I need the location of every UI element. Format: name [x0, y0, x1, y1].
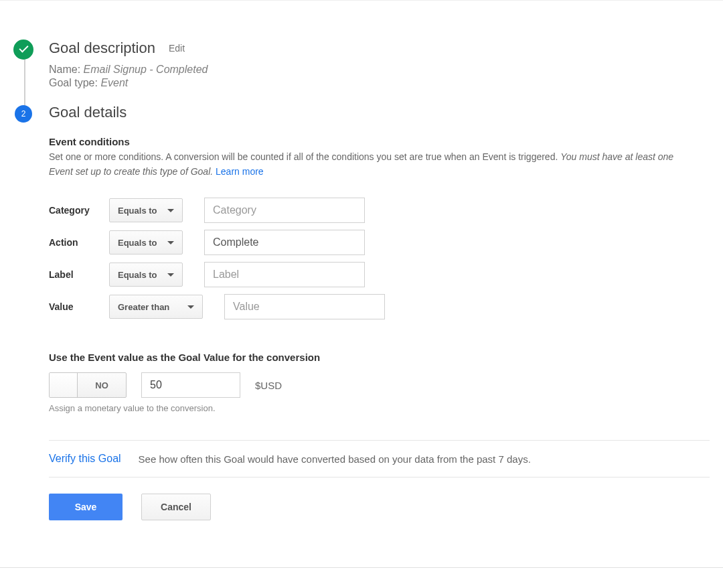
condition-row-label: Label Equals to	[49, 262, 710, 287]
cancel-button[interactable]: Cancel	[141, 494, 211, 520]
dropdown-value: Equals to	[118, 270, 157, 280]
verify-description: See how often this Goal would have conve…	[139, 453, 531, 465]
value-value-input[interactable]	[224, 294, 385, 319]
step-number: 2	[21, 109, 26, 119]
goal-type-line: Goal type: Event	[49, 77, 710, 89]
goal-name-label: Name:	[49, 64, 80, 75]
condition-label: Value	[49, 301, 109, 312]
condition-label: Action	[49, 237, 109, 248]
condition-label: Category	[49, 205, 109, 216]
step-title: Goal details	[49, 104, 127, 121]
condition-row-action: Action Equals to	[49, 230, 710, 255]
step-title-row: Goal description Edit	[49, 40, 710, 57]
label-value-input[interactable]	[204, 262, 365, 287]
use-event-value-heading: Use the Event value as the Goal Value fo…	[49, 352, 710, 363]
goal-name-line: Name: Email Signup - Completed	[49, 64, 710, 76]
action-buttons: Save Cancel	[49, 494, 710, 520]
save-button[interactable]: Save	[49, 494, 123, 520]
event-conditions-description: Set one or more conditions. A conversion…	[49, 150, 692, 179]
step-title-row: Goal details	[49, 104, 710, 121]
dropdown-value: Equals to	[118, 238, 157, 248]
label-operator-dropdown[interactable]: Equals to	[109, 263, 183, 287]
caret-down-icon	[167, 209, 174, 212]
event-conditions-heading: Event conditions	[49, 136, 710, 147]
use-event-value-row: NO $USD	[49, 372, 710, 398]
conditions-grid: Category Equals to Action Equals to Labe…	[49, 198, 710, 319]
step-complete-indicator	[13, 40, 33, 60]
verify-goal-link[interactable]: Verify this Goal	[49, 453, 121, 465]
checkmark-icon	[18, 44, 29, 55]
currency-label: $USD	[255, 380, 282, 391]
goal-setup-form: Goal description Edit Name: Email Signup…	[0, 0, 723, 554]
goal-value-hint: Assign a monetary value to the conversio…	[49, 403, 710, 413]
use-event-value-toggle[interactable]: NO	[49, 372, 127, 398]
toggle-state-label: NO	[78, 373, 126, 397]
edit-link[interactable]: Edit	[169, 43, 185, 54]
action-operator-dropdown[interactable]: Equals to	[109, 230, 183, 254]
dropdown-value: Equals to	[118, 206, 157, 216]
category-operator-dropdown[interactable]: Equals to	[109, 198, 183, 222]
value-operator-dropdown[interactable]: Greater than	[109, 295, 203, 319]
step-active-indicator: 2	[15, 105, 32, 123]
toggle-knob	[50, 373, 78, 397]
dropdown-value: Greater than	[118, 302, 169, 312]
condition-row-category: Category Equals to	[49, 198, 710, 223]
category-value-input[interactable]	[204, 198, 365, 223]
condition-label: Label	[49, 269, 109, 280]
caret-down-icon	[167, 273, 174, 277]
page-bottom-divider	[0, 567, 723, 568]
goal-type-value: Event	[100, 77, 128, 88]
conditions-text-1: Set one or more conditions. A conversion…	[49, 151, 560, 162]
caret-down-icon	[167, 241, 174, 244]
learn-more-link[interactable]: Learn more	[216, 166, 264, 177]
divider	[49, 477, 710, 477]
verify-row: Verify this Goal See how often this Goal…	[49, 441, 710, 477]
action-value-input[interactable]	[204, 230, 365, 255]
goal-type-label: Goal type:	[49, 77, 98, 88]
caret-down-icon	[187, 305, 194, 309]
goal-name-value: Email Signup - Completed	[84, 64, 208, 75]
condition-row-value: Value Greater than	[49, 294, 710, 319]
step-goal-description: Goal description Edit Name: Email Signup…	[13, 40, 710, 89]
step-goal-details: 2 Goal details Event conditions Set one …	[13, 104, 710, 520]
goal-value-input[interactable]	[141, 372, 240, 398]
step-title: Goal description	[49, 40, 155, 57]
